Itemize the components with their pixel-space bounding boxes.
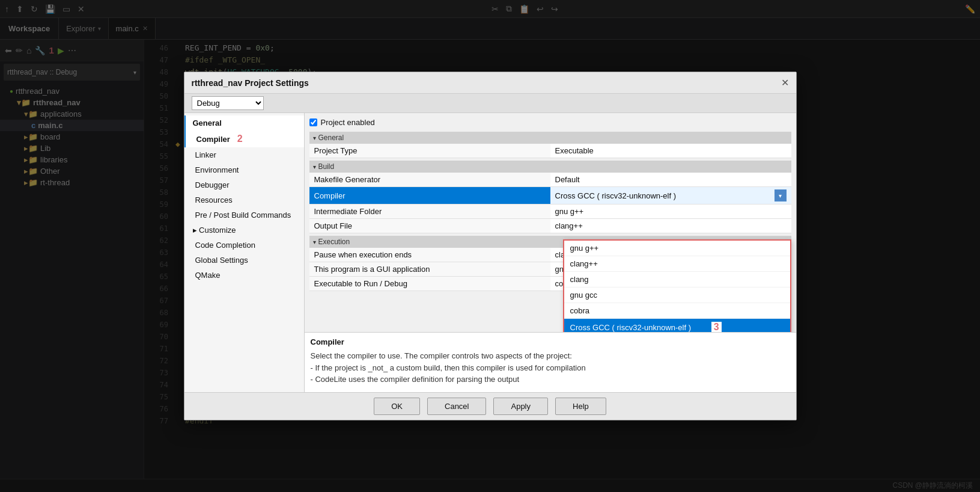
section-header-general: ▾ General: [309, 132, 791, 144]
description-text-1: Select the compiler to use. The compiler…: [311, 350, 790, 362]
description-text-2: - If the project is _not_ a custom build…: [311, 362, 790, 374]
modal-config-row: Debug: [184, 94, 796, 113]
settings-row-compiler[interactable]: Compiler Cross GCC ( riscv32-unknown-elf…: [309, 187, 791, 204]
settings-row-output-file: Output File clang++: [309, 219, 791, 233]
project-enabled-label: Project enabled: [321, 118, 375, 127]
settings-item-qmake[interactable]: QMake: [184, 268, 304, 283]
settings-item-environment[interactable]: Environment: [184, 162, 304, 177]
settings-item-pre-post[interactable]: Pre / Post Build Commands: [184, 208, 304, 223]
sidebar-number-3: 3: [711, 322, 722, 332]
settings-row-makefile-gen: Makefile Generator Default: [309, 173, 791, 187]
section-header-build: ▾ Build: [309, 161, 791, 173]
ok-button[interactable]: OK: [374, 398, 420, 415]
description-title: Compiler: [311, 337, 790, 346]
project-enabled-row: Project enabled: [309, 118, 791, 127]
compiler-description: Compiler Select the compiler to use. The…: [305, 332, 796, 392]
settings-row-project-type: Project Type Executable: [309, 144, 791, 158]
sidebar-number-2: 2: [237, 134, 243, 144]
compiler-option-clang[interactable]: clang: [564, 272, 790, 288]
settings-table-build: Makefile Generator Default Compiler Cros…: [309, 173, 791, 233]
compiler-option-cobra[interactable]: cobra: [564, 303, 790, 319]
settings-item-compiler[interactable]: Compiler 2: [184, 131, 304, 147]
apply-button[interactable]: Apply: [493, 398, 548, 415]
section-toggle-general[interactable]: ▾: [313, 135, 316, 141]
compiler-option-gnu-gpp[interactable]: gnu g++: [564, 241, 790, 256]
section-toggle-build[interactable]: ▾: [313, 164, 316, 170]
help-button[interactable]: Help: [555, 398, 606, 415]
cancel-button[interactable]: Cancel: [427, 398, 486, 415]
settings-item-global-settings[interactable]: Global Settings: [184, 253, 304, 268]
modal-body: General Compiler 2 Linker Environment De…: [184, 113, 796, 392]
config-selector[interactable]: Debug: [192, 96, 264, 110]
compiler-option-gnu-gcc[interactable]: gnu gcc: [564, 288, 790, 303]
compiler-option-clangpp[interactable]: clang++: [564, 256, 790, 272]
modal-overlay: rtthread_nav Project Settings ✕ Debug Ge…: [0, 0, 980, 492]
modal-title: rtthread_nav Project Settings: [192, 78, 309, 88]
settings-item-general[interactable]: General: [184, 115, 304, 131]
section-toggle-execution[interactable]: ▾: [313, 239, 316, 245]
description-text-3: - CodeLite uses the compiler definition …: [311, 374, 790, 386]
compiler-dropdown-cell: Cross GCC ( riscv32-unknown-elf ) ▾: [555, 189, 787, 201]
settings-content-area: Project enabled ▾ General Project Type E…: [305, 113, 796, 392]
compiler-dropdown-popup[interactable]: gnu g++ clang++ clang gnu gcc cobra Cros…: [563, 239, 791, 332]
compiler-dropdown-arrow[interactable]: ▾: [775, 189, 787, 201]
modal-footer: OK Cancel Apply Help: [184, 392, 796, 420]
settings-item-code-completion[interactable]: Code Completion: [184, 238, 304, 253]
project-enabled-checkbox[interactable]: [309, 118, 317, 126]
modal-header: rtthread_nav Project Settings ✕: [184, 72, 796, 94]
settings-item-customize[interactable]: ▸ Customize: [184, 223, 304, 238]
settings-table-general: Project Type Executable: [309, 144, 791, 158]
settings-row-intermediate-folder: Intermediate Folder gnu g++: [309, 204, 791, 219]
settings-content-inner: Project enabled ▾ General Project Type E…: [305, 113, 796, 332]
project-settings-dialog: rtthread_nav Project Settings ✕ Debug Ge…: [184, 72, 797, 420]
settings-item-resources[interactable]: Resources: [184, 192, 304, 208]
modal-close-button[interactable]: ✕: [781, 77, 789, 88]
settings-item-linker[interactable]: Linker: [184, 147, 304, 162]
settings-sidebar: General Compiler 2 Linker Environment De…: [184, 113, 305, 392]
settings-item-debugger[interactable]: Debugger: [184, 177, 304, 192]
compiler-option-cross-gcc[interactable]: Cross GCC ( riscv32-unknown-elf ) 3: [564, 319, 790, 332]
